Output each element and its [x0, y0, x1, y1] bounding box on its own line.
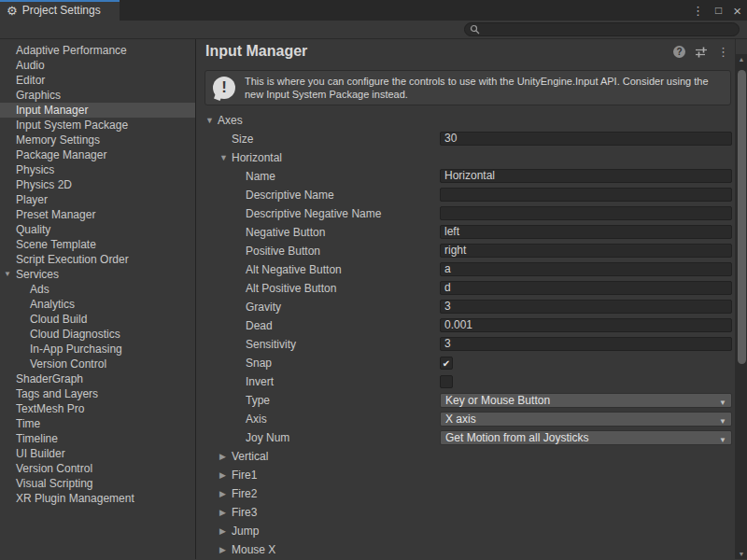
sidebar-item-label: ShaderGraph	[16, 371, 83, 386]
text-field-sensitivity[interactable]: 3	[440, 337, 732, 351]
property-row-fire2: ▶Fire2	[196, 484, 735, 503]
property-label-joy-num: Joy Num	[246, 428, 289, 447]
property-label-alt-positive-button: Alt Positive Button	[246, 279, 336, 298]
window-menu-icon[interactable]: ⋮	[692, 5, 704, 17]
sidebar-item-audio[interactable]: Audio	[0, 58, 195, 73]
foldout-jump[interactable]: Jump	[232, 522, 259, 540]
sidebar-item-version-control[interactable]: Version Control	[0, 461, 195, 476]
sidebar-item-ads[interactable]: Ads	[0, 282, 195, 297]
sidebar-item-label: Player	[16, 192, 48, 207]
sidebar-item-script-execution-order[interactable]: Script Execution Order	[0, 252, 195, 267]
foldout-open-icon[interactable]: ▼	[205, 111, 214, 130]
foldout-fire3[interactable]: Fire3	[232, 503, 257, 522]
sidebar-item-physics[interactable]: Physics	[0, 162, 195, 177]
sidebar-item-version-control[interactable]: Version Control	[0, 357, 195, 371]
sidebar-item-label: Input Manager	[16, 103, 88, 118]
sidebar-item-time[interactable]: Time	[0, 416, 195, 431]
sidebar-item-player[interactable]: Player	[0, 192, 195, 207]
sidebar-item-tags-and-layers[interactable]: Tags and Layers	[0, 386, 195, 401]
sidebar-item-textmesh-pro[interactable]: TextMesh Pro	[0, 401, 195, 416]
sidebar-item-timeline[interactable]: Timeline	[0, 431, 195, 446]
sidebar-item-cloud-diagnostics[interactable]: Cloud Diagnostics	[0, 327, 195, 342]
sidebar-item-quality[interactable]: Quality	[0, 222, 195, 237]
foldout-mouse-x[interactable]: Mouse X	[232, 540, 275, 559]
sidebar-item-label: Ads	[30, 282, 49, 297]
foldout-open-icon[interactable]: ▼	[219, 148, 228, 167]
sidebar-item-in-app-purchasing[interactable]: In-App Purchasing	[0, 342, 195, 357]
sidebar-item-package-manager[interactable]: Package Manager	[0, 147, 195, 162]
foldout-vertical[interactable]: Vertical	[232, 447, 268, 466]
sidebar-item-analytics[interactable]: Analytics	[0, 297, 195, 312]
tab-project-settings[interactable]: ⚙ Project Settings	[0, 0, 120, 21]
text-field-negative-button[interactable]: left	[440, 225, 732, 239]
sidebar-item-preset-manager[interactable]: Preset Manager	[0, 207, 195, 222]
search-icon	[470, 24, 480, 35]
property-label-axis: Axis	[246, 410, 267, 428]
foldout-closed-icon[interactable]: ▶	[219, 484, 226, 503]
foldout-closed-icon[interactable]: ▶	[219, 540, 226, 559]
dropdown-type[interactable]: Key or Mouse Button▼	[440, 393, 732, 408]
foldout-axes[interactable]: Axes	[218, 111, 243, 130]
scrollbar-track[interactable]: ▲ ▼	[736, 54, 747, 559]
sidebar-item-graphics[interactable]: Graphics	[0, 88, 195, 103]
foldout-fire2[interactable]: Fire2	[232, 484, 257, 503]
foldout-closed-icon[interactable]: ▶	[219, 522, 226, 540]
scroll-down-icon[interactable]: ▼	[736, 551, 747, 557]
sidebar-item-label: Scene Template	[16, 237, 96, 252]
more-icon[interactable]: ⋮	[717, 46, 729, 58]
scrollbar-thumb[interactable]	[738, 70, 746, 364]
foldout-fire1[interactable]: Fire1	[232, 466, 257, 484]
vertical-scrollbar[interactable]: ▲ ▼	[735, 39, 747, 559]
sidebar-item-cloud-build[interactable]: Cloud Build	[0, 312, 195, 327]
sidebar-item-xr-plugin-management[interactable]: XR Plugin Management	[0, 491, 195, 506]
property-label-gravity: Gravity	[246, 298, 281, 316]
text-field-alt-negative-button[interactable]: a	[440, 262, 732, 276]
foldout-open-icon[interactable]: ▼	[4, 267, 11, 282]
sidebar-item-memory-settings[interactable]: Memory Settings	[0, 133, 195, 147]
text-field-size[interactable]: 30	[440, 132, 732, 146]
sidebar-item-physics-2d[interactable]: Physics 2D	[0, 177, 195, 192]
text-field-dead[interactable]: 0.001	[440, 318, 732, 332]
text-field-descriptive-negative-name[interactable]	[440, 206, 732, 220]
sidebar-item-input-system-package[interactable]: Input System Package	[0, 118, 195, 133]
text-field-name[interactable]: Horizontal	[440, 169, 732, 183]
chevron-down-icon: ▼	[719, 434, 726, 445]
sidebar-item-scene-template[interactable]: Scene Template	[0, 237, 195, 252]
checkbox-invert-unchecked[interactable]	[440, 375, 453, 388]
sidebar-item-shadergraph[interactable]: ShaderGraph	[0, 371, 195, 386]
foldout-closed-icon[interactable]: ▶	[219, 503, 226, 522]
sidebar-item-input-manager[interactable]: Input Manager	[0, 103, 195, 118]
scroll-up-icon[interactable]: ▲	[736, 56, 747, 63]
maximize-icon[interactable]: □	[715, 5, 722, 16]
text-field-positive-button[interactable]: right	[440, 244, 732, 258]
text-field-gravity[interactable]: 3	[440, 300, 732, 314]
chevron-down-icon: ▼	[719, 397, 726, 408]
property-row-joy-num: Joy NumGet Motion from all Joysticks▼	[196, 428, 735, 447]
checkbox-snap-checked[interactable]: ✔	[440, 357, 453, 370]
presets-icon[interactable]	[695, 46, 708, 58]
sidebar-item-label: Package Manager	[16, 147, 106, 162]
sidebar-item-editor[interactable]: Editor	[0, 73, 195, 88]
sidebar-item-services[interactable]: ▼Services	[0, 267, 195, 282]
property-row-alt-negative-button: Alt Negative Buttona	[196, 260, 735, 279]
close-icon[interactable]: ×	[733, 4, 741, 18]
dropdown-joy-num[interactable]: Get Motion from all Joysticks▼	[440, 430, 732, 445]
toolbar	[0, 21, 747, 39]
sidebar-item-adaptive-performance[interactable]: Adaptive Performance	[0, 43, 195, 58]
foldout-horizontal[interactable]: Horizontal	[232, 148, 282, 167]
search-input[interactable]	[464, 22, 740, 36]
sidebar-item-label: Preset Manager	[16, 207, 95, 222]
property-row-size: Size30	[196, 130, 735, 148]
help-icon[interactable]: ?	[673, 46, 685, 58]
chevron-down-icon: ▼	[719, 415, 726, 427]
foldout-closed-icon[interactable]: ▶	[219, 466, 226, 484]
sidebar-item-label: In-App Purchasing	[30, 342, 122, 357]
sidebar-item-visual-scripting[interactable]: Visual Scripting	[0, 476, 195, 491]
text-field-alt-positive-button[interactable]: d	[440, 281, 732, 295]
dropdown-axis[interactable]: X axis▼	[440, 412, 732, 427]
text-field-descriptive-name[interactable]	[440, 188, 732, 202]
property-row-sensitivity: Sensitivity3	[196, 335, 735, 354]
sidebar-item-ui-builder[interactable]: UI Builder	[0, 446, 195, 461]
foldout-closed-icon[interactable]: ▶	[219, 447, 226, 466]
sidebar-item-label: Script Execution Order	[16, 252, 129, 267]
